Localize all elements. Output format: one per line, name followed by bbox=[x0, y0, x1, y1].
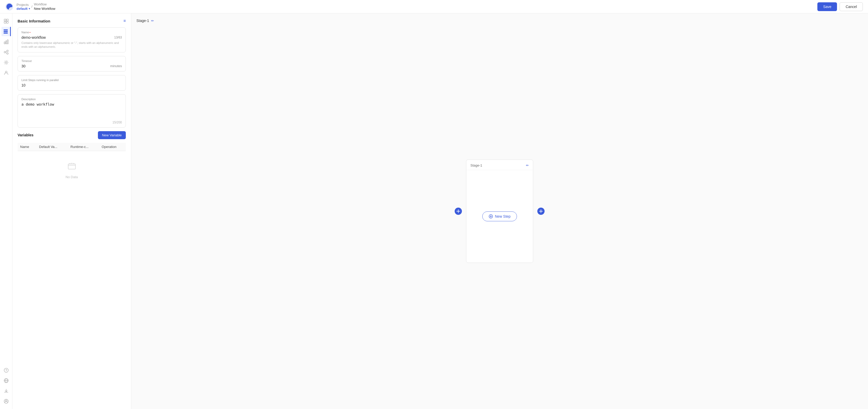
no-data-placeholder: No Data bbox=[18, 151, 126, 189]
breadcrumb-separator: / bbox=[32, 5, 33, 8]
sidebar-icon-apps[interactable] bbox=[2, 27, 11, 36]
description-label: Description bbox=[22, 98, 122, 101]
name-hint: Contains only lowercase alphanumeric or … bbox=[22, 41, 122, 49]
svg-point-25 bbox=[5, 400, 7, 402]
svg-point-27 bbox=[71, 163, 72, 163]
new-step-button[interactable]: New Step bbox=[482, 212, 517, 221]
svg-rect-2 bbox=[4, 19, 6, 21]
svg-point-17 bbox=[5, 62, 7, 63]
svg-rect-26 bbox=[68, 164, 75, 169]
svg-line-15 bbox=[6, 51, 7, 52]
add-stage-right-button[interactable] bbox=[537, 208, 545, 215]
main-layout: ? Basic Informati bbox=[0, 13, 868, 409]
sidebar-icon-grid[interactable] bbox=[2, 17, 11, 26]
svg-rect-10 bbox=[6, 41, 7, 44]
svg-rect-6 bbox=[4, 29, 8, 30]
basic-info-title: Basic Information bbox=[18, 19, 51, 23]
sidebar-icon-chart[interactable] bbox=[2, 37, 11, 46]
stage-row: Stage-1 ✏ New Step bbox=[455, 160, 545, 263]
parallel-label: Limit Steps running in parallel bbox=[22, 78, 122, 82]
stage-lane-body: New Step bbox=[466, 170, 533, 262]
svg-rect-8 bbox=[4, 33, 8, 34]
svg-rect-3 bbox=[6, 19, 8, 21]
new-variable-button[interactable]: New Variable bbox=[98, 131, 126, 139]
left-panel: Basic Information ≡ Name • 13/63 Contain… bbox=[12, 13, 131, 409]
svg-point-12 bbox=[4, 52, 6, 53]
no-data-text: No Data bbox=[66, 175, 78, 179]
save-button[interactable]: Save bbox=[817, 2, 837, 11]
breadcrumb-workflow-label: Workflow bbox=[34, 3, 55, 6]
variables-title: Variables bbox=[18, 133, 34, 137]
header-left: Projects default ▾ / Workflow New Workfl… bbox=[5, 3, 55, 11]
col-operation: Operation bbox=[99, 143, 126, 151]
parallel-field-group: Limit Steps running in parallel bbox=[18, 75, 126, 91]
canvas-area: Stage-1 ✏ Stage-1 ✏ bbox=[131, 13, 868, 409]
variables-header: Variables New Variable bbox=[18, 131, 126, 139]
basic-info-header: Basic Information ≡ bbox=[18, 19, 126, 23]
svg-line-16 bbox=[6, 53, 7, 53]
svg-point-1 bbox=[7, 7, 9, 9]
timeout-field-group: Timeout minutes bbox=[18, 56, 126, 71]
stage-lane-edit-icon[interactable]: ✏ bbox=[526, 163, 529, 167]
col-name: Name bbox=[18, 143, 36, 151]
chevron-down-icon: ▾ bbox=[29, 7, 30, 10]
breadcrumb-project-link[interactable]: default ▾ bbox=[17, 7, 30, 10]
name-input[interactable] bbox=[22, 35, 114, 39]
description-char-count: 15/200 bbox=[113, 121, 122, 124]
required-indicator: • bbox=[29, 31, 30, 34]
timeout-suffix: minutes bbox=[110, 64, 122, 68]
sidebar-icon-download[interactable] bbox=[2, 386, 11, 396]
sidebar-icon-account[interactable] bbox=[2, 397, 11, 406]
svg-rect-4 bbox=[4, 22, 6, 23]
col-default-value: Default Va... bbox=[36, 143, 68, 151]
stage-lane: Stage-1 ✏ New Step bbox=[466, 160, 533, 263]
timeout-input[interactable] bbox=[22, 64, 110, 68]
parallel-input[interactable] bbox=[22, 83, 122, 87]
description-textarea[interactable]: a demo workflow bbox=[22, 102, 122, 118]
svg-point-14 bbox=[7, 53, 8, 54]
header: Projects default ▾ / Workflow New Workfl… bbox=[0, 0, 868, 13]
sidebar-icon-flow[interactable] bbox=[2, 48, 11, 57]
variables-table: Name Default Va... Runtime-c... Operatio… bbox=[18, 143, 126, 151]
stage-lane-title: Stage-1 ✏ bbox=[466, 160, 533, 170]
sidebar-icon-help[interactable]: ? bbox=[2, 366, 11, 375]
breadcrumb-workflow-name: New Workflow bbox=[34, 7, 55, 10]
name-label: Name • bbox=[22, 31, 122, 34]
svg-rect-5 bbox=[6, 22, 8, 23]
menu-icon[interactable]: ≡ bbox=[123, 19, 126, 23]
svg-rect-11 bbox=[7, 40, 8, 44]
add-stage-left-button[interactable] bbox=[455, 208, 462, 215]
new-step-label: New Step bbox=[495, 214, 511, 218]
name-char-count: 13/63 bbox=[114, 36, 122, 39]
breadcrumb: Projects default ▾ / Workflow New Workfl… bbox=[17, 3, 55, 10]
svg-rect-9 bbox=[4, 42, 5, 44]
sidebar: ? bbox=[0, 13, 12, 409]
timeout-label: Timeout bbox=[22, 59, 122, 62]
svg-point-13 bbox=[7, 50, 8, 52]
name-field-group: Name • 13/63 Contains only lowercase alp… bbox=[18, 27, 126, 53]
stage-content: Stage-1 ✏ New Step bbox=[131, 13, 868, 409]
sidebar-icon-settings[interactable] bbox=[2, 58, 11, 67]
no-data-icon bbox=[67, 161, 76, 172]
breadcrumb-projects-label: Projects bbox=[17, 3, 30, 7]
description-field-group: Description a demo workflow 15/200 bbox=[18, 94, 126, 128]
col-runtime: Runtime-c... bbox=[68, 143, 99, 151]
svg-rect-7 bbox=[4, 31, 8, 32]
sidebar-icon-user[interactable] bbox=[2, 68, 11, 77]
header-actions: Save Cancel bbox=[817, 2, 863, 11]
sidebar-icon-globe[interactable] bbox=[2, 376, 11, 385]
cancel-button[interactable]: Cancel bbox=[840, 2, 863, 11]
logo-icon bbox=[5, 3, 13, 11]
svg-text:?: ? bbox=[5, 369, 7, 372]
